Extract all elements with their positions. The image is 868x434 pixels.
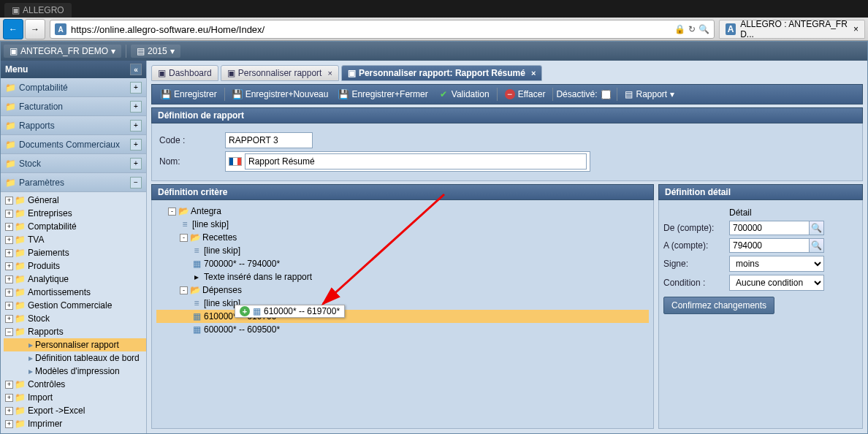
close-icon[interactable]: × <box>531 69 536 77</box>
tree-item[interactable]: +📁Stock <box>4 312 146 325</box>
drag-plus-icon: + <box>240 306 250 316</box>
tab-close-icon[interactable]: × <box>853 24 859 34</box>
refresh-icon[interactable]: ↻ <box>688 24 696 34</box>
name-field-wrapper[interactable] <box>225 151 590 172</box>
tree-item[interactable]: +📁Entreprises <box>4 207 146 220</box>
criteria-row[interactable]: ≡[line skip] <box>156 244 649 257</box>
tree-item[interactable]: −📁Rapports <box>4 325 146 338</box>
tree-item[interactable]: +📁Géneral <box>4 194 146 207</box>
confirm-button[interactable]: Confirmez changements <box>663 297 774 314</box>
tree-item[interactable]: +📁Produits <box>4 259 146 273</box>
menu-section-paramtres[interactable]: 📁Paramètres− <box>1 173 146 192</box>
expand-icon[interactable]: + <box>130 120 142 132</box>
tree-toggle-icon[interactable]: - <box>180 234 188 242</box>
tree-toggle-icon[interactable]: + <box>5 289 13 297</box>
to-account-input[interactable] <box>729 238 810 253</box>
sign-select[interactable]: moins <box>729 256 824 272</box>
criteria-row[interactable]: -📂Recettes <box>156 231 649 244</box>
from-lookup-button[interactable]: 🔍 <box>810 221 824 235</box>
criteria-row[interactable]: -📂Antegra <box>156 205 649 218</box>
tree-item[interactable]: +📁Contrôles <box>4 378 146 391</box>
workspace-tab[interactable]: ▣Dashboard <box>151 65 218 81</box>
disabled-checkbox[interactable] <box>601 90 611 99</box>
chevron-down-icon: ▾ <box>170 46 175 56</box>
expand-icon[interactable]: − <box>130 177 142 189</box>
criteria-row[interactable]: -📂Dépenses <box>156 283 649 297</box>
tree-toggle-icon[interactable]: − <box>5 328 13 336</box>
tree-item[interactable]: ▸Personnaliser rapport <box>4 338 146 351</box>
tree-item[interactable]: +📁Import <box>4 391 146 404</box>
tree-toggle-icon[interactable]: + <box>5 262 13 270</box>
menu-section-comptabilit[interactable]: 📁Comptabilité+ <box>1 78 146 97</box>
menu-section-documentscommerciaux[interactable]: 📁Documents Commerciaux+ <box>1 135 146 154</box>
tree-item[interactable]: +📁Paiements <box>4 246 146 259</box>
from-account-input[interactable] <box>729 221 810 235</box>
tree-toggle-icon[interactable]: - <box>180 286 188 294</box>
tree-toggle-icon[interactable]: + <box>5 275 13 283</box>
delete-button[interactable]: −Effacer <box>500 88 550 101</box>
collapse-sidebar-button[interactable]: « <box>130 64 142 75</box>
browser-chrome: ▣ ALLEGRO ← → A 🔒 ↻ 🔍 A ALLEGRO : ANTEGR… <box>0 0 868 41</box>
save-button[interactable]: 💾Enregistrer <box>156 88 221 101</box>
close-icon[interactable]: × <box>327 69 332 77</box>
criteria-row[interactable]: ▦600000* -- 609500* <box>156 323 649 336</box>
company-selector[interactable]: ▣ ANTEGRA_FR DEMO ▾ <box>4 45 121 58</box>
tree-toggle-icon[interactable]: + <box>5 302 13 310</box>
menu-section-rapports[interactable]: 📁Rapports+ <box>1 116 146 135</box>
tree-toggle-icon[interactable]: + <box>5 249 13 257</box>
tree-toggle-icon[interactable]: + <box>5 197 13 205</box>
expand-icon[interactable]: + <box>130 101 142 113</box>
folder-icon: 📁 <box>15 287 26 297</box>
criteria-row[interactable]: ≡[line skip] <box>156 297 649 310</box>
tree-toggle-icon[interactable]: + <box>5 394 13 402</box>
url-bar[interactable]: A 🔒 ↻ 🔍 <box>50 20 715 39</box>
validate-button[interactable]: ✔Validation <box>434 88 494 101</box>
workspace-tab[interactable]: ▣Personnaliser rapport: Rapport Résumé× <box>341 65 543 81</box>
expand-icon[interactable]: + <box>130 139 142 151</box>
save-close-button[interactable]: 💾Enregistrer+Fermer <box>334 88 432 101</box>
criteria-row[interactable]: ▦610000* -- 619700* <box>156 310 649 323</box>
tree-item[interactable]: +📁Export ->Excel <box>4 404 146 417</box>
browser-page-tab[interactable]: A ALLEGRO : ANTEGRA_FR D... × <box>719 20 865 39</box>
tree-item[interactable]: +📁Comptabilité <box>4 220 146 233</box>
code-input[interactable] <box>225 132 313 148</box>
tree-item[interactable]: +📁Amortissements <box>4 286 146 299</box>
expand-icon[interactable]: + <box>130 82 142 94</box>
workspace-tab[interactable]: ▣Personnaliser rapport× <box>221 65 339 81</box>
browser-dark-tab[interactable]: ▣ ALLEGRO <box>4 3 72 18</box>
tree-item[interactable]: ▸Définition tableaux de bord <box>4 351 146 365</box>
tree-item[interactable]: +📁Gestion Commerciale <box>4 299 146 312</box>
save-new-button[interactable]: 💾Enregistrer+Nouveau <box>228 88 333 101</box>
report-button[interactable]: ▤Rapport▾ <box>620 88 679 101</box>
criteria-row[interactable]: ▸Texte inséré dans le rapport <box>156 270 649 283</box>
criteria-row[interactable]: ▦700000* -- 794000* <box>156 257 649 270</box>
expand-icon[interactable]: + <box>130 158 142 170</box>
tree-toggle-icon[interactable]: + <box>5 315 13 323</box>
tree-toggle-icon[interactable]: + <box>5 381 13 389</box>
tree-item[interactable]: +📁TVA <box>4 233 146 246</box>
tree-toggle-icon[interactable]: + <box>5 223 13 231</box>
menu-section-facturation[interactable]: 📁Facturation+ <box>1 97 146 116</box>
search-dropdown-icon[interactable]: 🔍 <box>698 24 709 34</box>
tree-toggle-icon[interactable]: - <box>168 208 176 216</box>
tree-toggle-icon[interactable]: + <box>5 420 13 428</box>
to-lookup-button[interactable]: 🔍 <box>810 238 824 253</box>
url-input[interactable] <box>71 24 670 35</box>
tree-item[interactable]: ▸Modèles d'impression <box>4 365 146 378</box>
forward-button[interactable]: → <box>25 19 45 39</box>
back-button[interactable]: ← <box>3 19 23 39</box>
menu-section-stock[interactable]: 📁Stock+ <box>1 154 146 173</box>
tree-toggle-icon[interactable]: + <box>5 407 13 415</box>
name-input[interactable] <box>245 153 587 170</box>
condition-select[interactable]: Aucune condition <box>729 275 824 291</box>
tree-item[interactable]: +📁Analytique <box>4 273 146 286</box>
tree-toggle-icon[interactable]: + <box>5 210 13 218</box>
save-icon: 💾 <box>338 89 349 99</box>
year-selector[interactable]: ▤ 2015 ▾ <box>131 45 180 58</box>
tree-item[interactable]: +📁Imprimer <box>4 417 146 430</box>
folder-icon: 📁 <box>5 83 16 93</box>
report-icon: ▤ <box>625 89 633 99</box>
criteria-row[interactable]: ≡[line skip] <box>156 218 649 231</box>
tree-toggle-icon[interactable]: + <box>5 236 13 244</box>
document-icon: ▸ <box>28 353 33 363</box>
